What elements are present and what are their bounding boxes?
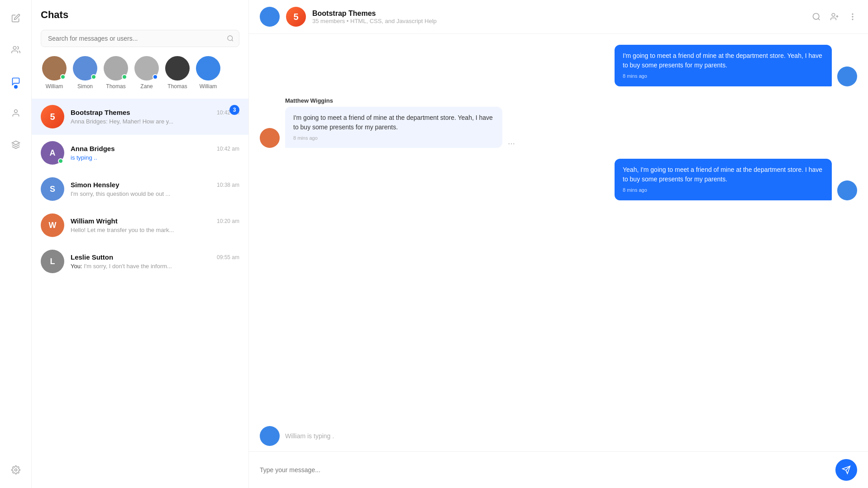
chat-time: 10:38 am bbox=[217, 182, 239, 188]
chat-header-group-avatar: 5 bbox=[286, 7, 306, 27]
search-icon bbox=[227, 35, 234, 42]
chat-item-leslie-sutton[interactable]: L Leslie Sutton 09:55 am You: I'm sorry,… bbox=[32, 243, 248, 280]
svg-point-0 bbox=[13, 47, 16, 50]
chat-header-actions bbox=[812, 12, 857, 21]
message-text: I'm going to meet a friend of mine at th… bbox=[293, 114, 493, 131]
chat-header-info: Bootstrap Themes 35 members • HTML, CSS,… bbox=[312, 9, 806, 24]
active-user-william[interactable]: William bbox=[41, 56, 68, 90]
message-time: 8 mins ago bbox=[623, 186, 824, 194]
chat-header-sub: 35 members • HTML, CSS, and Javascript H… bbox=[312, 18, 806, 24]
message-bubble-wrap: Matthew Wiggins I'm going to meet a frie… bbox=[285, 97, 502, 148]
search-input[interactable] bbox=[41, 30, 239, 47]
chat-name: William Wright bbox=[71, 217, 118, 225]
chat-preview: You: I'm sorry, I don't have the inform.… bbox=[71, 263, 239, 270]
message-input[interactable] bbox=[260, 466, 830, 474]
chat-preview: is typing .. bbox=[71, 154, 239, 161]
message-row: Yeah, I'm going to meet a friend of mine… bbox=[260, 159, 857, 200]
svg-point-13 bbox=[852, 19, 853, 20]
chat-header-avatar bbox=[260, 7, 280, 27]
active-user-name: Zane bbox=[140, 83, 153, 90]
svg-marker-2 bbox=[12, 141, 19, 145]
active-user-simon[interactable]: Simon bbox=[72, 56, 99, 90]
send-button[interactable] bbox=[835, 459, 857, 481]
chat-icon[interactable] bbox=[7, 72, 25, 90]
messages-area: I'm going to meet a friend of mine at th… bbox=[249, 34, 868, 426]
chat-time: 10:42 am bbox=[217, 146, 239, 152]
chat-item-william-wright[interactable]: W William Wright 10:20 am Hello! Let me … bbox=[32, 207, 248, 243]
message-bubble-wrap: Yeah, I'm going to meet a friend of mine… bbox=[615, 159, 832, 200]
chat-main: 5 Bootstrap Themes 35 members • HTML, CS… bbox=[249, 0, 868, 488]
chat-preview: Anna Bridges: Hey, Maher! How are y... bbox=[71, 118, 239, 125]
message-bubble: I'm going to meet a friend of mine at th… bbox=[615, 45, 832, 86]
chat-time: 09:55 am bbox=[217, 254, 239, 261]
message-more-options[interactable]: ⋯ bbox=[508, 139, 515, 148]
message-time: 8 mins ago bbox=[293, 134, 494, 142]
svg-line-7 bbox=[818, 19, 820, 20]
svg-line-5 bbox=[232, 40, 233, 41]
chat-item-bootstrap-themes[interactable]: 5 Bootstrap Themes 10:42 am Anna Bridges… bbox=[32, 99, 248, 135]
message-sender: Matthew Wiggins bbox=[285, 97, 502, 104]
message-avatar bbox=[260, 128, 280, 148]
svg-point-1 bbox=[14, 110, 17, 113]
chat-time: 10:20 am bbox=[217, 218, 239, 224]
message-bubble: Yeah, I'm going to meet a friend of mine… bbox=[615, 159, 832, 200]
chat-header: 5 Bootstrap Themes 35 members • HTML, CS… bbox=[249, 0, 868, 34]
svg-point-12 bbox=[852, 16, 853, 17]
chat-name: Leslie Sutton bbox=[71, 253, 113, 261]
add-user-header-icon[interactable] bbox=[830, 12, 839, 21]
svg-point-8 bbox=[832, 14, 835, 17]
message-text: Yeah, I'm going to meet a friend of mine… bbox=[623, 166, 822, 183]
typing-text: William is typing . bbox=[285, 432, 334, 440]
message-bubble-wrap: I'm going to meet a friend of mine at th… bbox=[615, 45, 832, 86]
active-user-thomas1[interactable]: Thomas bbox=[102, 56, 129, 90]
active-user-name: Thomas bbox=[167, 83, 187, 90]
chat-name: Simon Hensley bbox=[71, 181, 119, 189]
chat-name: Bootstrap Themes bbox=[71, 109, 130, 116]
chat-item-anna-bridges[interactable]: A Anna Bridges 10:42 am is typing .. bbox=[32, 135, 248, 171]
active-user-thomas2[interactable]: Thomas bbox=[164, 56, 191, 90]
chat-preview: I'm sorry, this question would be out ..… bbox=[71, 190, 239, 197]
message-row: I'm going to meet a friend of mine at th… bbox=[260, 45, 857, 86]
chat-item-simon-hensley[interactable]: S Simon Hensley 10:38 am I'm sorry, this… bbox=[32, 171, 248, 207]
chat-list: 5 Bootstrap Themes 10:42 am Anna Bridges… bbox=[32, 99, 248, 479]
typing-avatar bbox=[260, 426, 280, 446]
message-input-area bbox=[249, 451, 868, 488]
sidebar-title: Chats bbox=[32, 9, 248, 30]
contacts-icon[interactable] bbox=[7, 41, 25, 59]
active-user-zane[interactable]: Zane bbox=[133, 56, 160, 90]
profile-icon[interactable] bbox=[7, 104, 25, 122]
svg-point-6 bbox=[813, 14, 819, 19]
svg-point-11 bbox=[852, 14, 853, 14]
active-user-name: Simon bbox=[77, 83, 93, 90]
svg-point-4 bbox=[228, 36, 233, 41]
active-user-william2[interactable]: William bbox=[195, 56, 222, 90]
message-avatar bbox=[837, 66, 857, 86]
message-text: I'm going to meet a friend of mine at th… bbox=[623, 52, 822, 69]
more-options-header-icon[interactable] bbox=[848, 12, 857, 21]
svg-point-3 bbox=[14, 469, 17, 471]
search-header-icon[interactable] bbox=[812, 12, 821, 21]
settings-icon[interactable] bbox=[7, 461, 25, 479]
nav-bar bbox=[0, 0, 32, 488]
message-row: Matthew Wiggins I'm going to meet a frie… bbox=[260, 97, 857, 148]
message-time: 8 mins ago bbox=[623, 72, 824, 80]
chat-badge: 3 bbox=[229, 105, 239, 115]
active-user-name: William bbox=[46, 83, 63, 90]
active-user-name: Thomas bbox=[106, 83, 125, 90]
chat-preview: Hello! Let me transfer you to the mark..… bbox=[71, 227, 239, 233]
search-bar bbox=[41, 30, 239, 47]
active-user-name: William bbox=[200, 83, 217, 90]
chat-header-name: Bootstrap Themes bbox=[312, 9, 806, 18]
chat-name: Anna Bridges bbox=[71, 145, 115, 152]
message-bubble: I'm going to meet a friend of mine at th… bbox=[285, 107, 502, 148]
message-avatar bbox=[837, 180, 857, 200]
typing-indicator: William is typing . bbox=[249, 426, 868, 451]
sidebar: Chats William Simon bbox=[32, 0, 249, 488]
layers-icon[interactable] bbox=[7, 136, 25, 154]
active-users-list: William Simon Thomas Zane bbox=[32, 56, 248, 99]
edit-icon[interactable] bbox=[7, 9, 25, 27]
